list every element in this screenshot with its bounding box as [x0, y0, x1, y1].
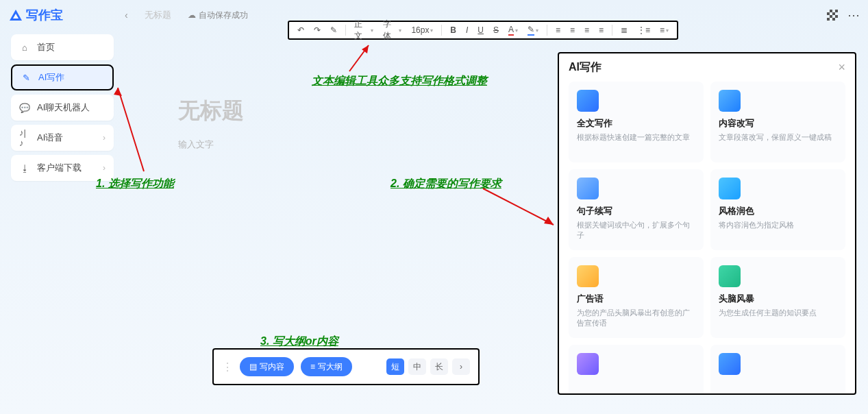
close-icon[interactable]: ×: [838, 60, 845, 75]
ai-card-style[interactable]: 风格润色将内容润色为指定风格: [710, 169, 845, 250]
ai-card-slogan[interactable]: 广告语为您的产品头脑风暴出有创意的广告宣传语: [569, 257, 704, 338]
slogan-icon: [577, 265, 599, 287]
font-select[interactable]: 字体▾: [380, 19, 405, 42]
paragraph-label: 正文: [354, 19, 369, 42]
body-input[interactable]: 输入文字: [178, 138, 548, 151]
doc-tab-label[interactable]: 无标题: [145, 9, 171, 21]
style-icon: [719, 178, 741, 199]
write-content-label: 写内容: [260, 361, 284, 373]
logo-icon: [10, 10, 22, 21]
ai-card-fulltext[interactable]: 全文写作根据标题快速创建一篇完整的文章: [569, 82, 704, 162]
chevron-right-icon: ›: [103, 133, 106, 143]
sidebar-item-label: AI语音: [37, 132, 63, 144]
paragraph-select[interactable]: 正文▾: [351, 19, 376, 42]
highlight-label: ✎: [528, 25, 534, 36]
continue-icon: [577, 178, 599, 199]
ai-writing-panel: AI写作 × 全文写作根据标题快速创建一篇完整的文章 内容改写文章段落改写，保留…: [558, 52, 856, 395]
size-label: 16px: [411, 25, 429, 35]
ai-card-continue[interactable]: 句子续写根据关键词或中心句，扩展多个句子: [569, 169, 704, 250]
card-icon: [577, 353, 599, 375]
italic-button[interactable]: I: [463, 25, 471, 35]
text-color-button[interactable]: A▾: [506, 25, 521, 36]
card-desc: 为您生成任何主题的知识要点: [719, 308, 837, 318]
sidebar-item-label: 首页: [37, 41, 55, 53]
card-title: 全文写作: [577, 117, 695, 130]
ai-panel-title: AI写作: [569, 60, 602, 75]
card-desc: 根据标题快速创建一篇完整的文章: [577, 132, 695, 143]
highlight-button[interactable]: ✎▾: [525, 25, 541, 36]
ai-card-brainstorm[interactable]: 头脑风暴为您生成任何主题的知识要点: [710, 257, 845, 338]
download-icon: ⭳: [19, 162, 30, 173]
text-color-label: A: [508, 25, 514, 36]
card-desc: 文章段落改写，保留原义一键成稿: [719, 132, 837, 143]
card-icon: [719, 353, 741, 375]
length-mid[interactable]: 中: [408, 358, 426, 375]
title-input[interactable]: 无标题: [178, 96, 548, 126]
arrow-1: [110, 82, 151, 178]
sound-icon: ♪|♪: [19, 132, 30, 143]
app-logo: 写作宝: [10, 7, 63, 23]
card-title: 句子续写: [577, 205, 695, 217]
underline-button[interactable]: U: [475, 25, 486, 35]
doc-icon: ▤: [249, 362, 257, 372]
svg-marker-0: [114, 88, 122, 96]
ai-card-extra-2[interactable]: [710, 345, 845, 395]
compose-bar: ⋮ ▤ 写内容 ≡ 写大纲 短 中 长 ›: [212, 348, 480, 385]
autosave-text: 自动保存成功: [199, 10, 248, 21]
write-outline-button[interactable]: ≡ 写大纲: [301, 357, 352, 376]
brainstorm-icon: [719, 265, 741, 287]
card-title: 内容改写: [719, 117, 837, 130]
card-title: 风格润色: [719, 205, 837, 217]
pencil-icon: ✎: [21, 72, 32, 83]
sidebar-item-download[interactable]: ⭳ 客户端下载 ›: [11, 155, 114, 181]
drag-handle-icon[interactable]: ⋮: [222, 361, 233, 374]
font-label: 字体: [383, 19, 398, 42]
card-desc: 将内容润色为指定风格: [719, 220, 837, 230]
undo-button[interactable]: ↶: [295, 25, 307, 35]
align-left-button[interactable]: ≡: [553, 25, 563, 35]
rewrite-icon: [719, 90, 741, 112]
strike-button[interactable]: S: [491, 25, 501, 35]
align-center-button[interactable]: ≡: [567, 25, 578, 35]
sidebar: ⌂ 首页 ✎ AI写作 💬 AI聊天机器人 ♪|♪ AI语音 › ⭳ 客户端下载…: [11, 34, 114, 185]
format-paint-button[interactable]: ✎: [327, 25, 340, 35]
card-desc: 为您的产品头脑风暴出有创意的广告宣传语: [577, 308, 695, 329]
fontsize-select[interactable]: 16px▾: [408, 25, 436, 35]
back-button[interactable]: ‹: [125, 10, 128, 21]
ai-card-extra-1[interactable]: [569, 345, 704, 395]
bold-button[interactable]: B: [447, 25, 459, 35]
autosave-status: ☁ 自动保存成功: [188, 10, 248, 21]
sidebar-item-home[interactable]: ⌂ 首页: [11, 34, 114, 60]
sidebar-item-label: 客户端下载: [37, 162, 82, 174]
list-icon: ≡: [310, 362, 315, 372]
editor-toolbar: ↶ ↷ ✎ 正文▾ 字体▾ 16px▾ B I U S A▾ ✎▾ ≡ ≡ ≡ …: [288, 21, 678, 40]
sidebar-item-ai-chatbot[interactable]: 💬 AI聊天机器人: [11, 95, 114, 121]
align-right-button[interactable]: ≡: [582, 25, 592, 35]
sidebar-item-label: AI写作: [38, 71, 64, 84]
list-bullet-button[interactable]: ⋮≡: [634, 25, 653, 35]
more-icon[interactable]: [847, 10, 858, 21]
app-name: 写作宝: [26, 7, 63, 23]
length-short[interactable]: 短: [386, 358, 404, 375]
chevron-right-icon: ›: [103, 163, 106, 173]
apps-grid-icon[interactable]: [827, 10, 838, 21]
card-title: 头脑风暴: [719, 293, 837, 305]
indent-button[interactable]: ≡▾: [657, 25, 671, 35]
editor-area[interactable]: 无标题 输入文字: [178, 48, 548, 356]
length-group: 短 中 长 ›: [386, 358, 470, 375]
write-content-button[interactable]: ▤ 写内容: [240, 357, 294, 376]
expand-button[interactable]: ›: [452, 358, 470, 375]
sidebar-item-label: AI聊天机器人: [37, 101, 90, 114]
length-long[interactable]: 长: [430, 358, 448, 375]
home-icon: ⌂: [19, 42, 30, 53]
align-justify-button[interactable]: ≡: [596, 25, 606, 35]
sidebar-item-ai-writing[interactable]: ✎ AI写作: [11, 64, 114, 90]
sidebar-item-ai-voice[interactable]: ♪|♪ AI语音 ›: [11, 125, 114, 151]
redo-button[interactable]: ↷: [311, 25, 323, 35]
ai-card-rewrite[interactable]: 内容改写文章段落改写，保留原义一键成稿: [710, 82, 845, 162]
write-outline-label: 写大纲: [318, 361, 343, 373]
cloud-icon: ☁: [188, 10, 196, 20]
chat-icon: 💬: [19, 102, 30, 113]
list-ordered-button[interactable]: ≣: [618, 25, 630, 35]
card-desc: 根据关键词或中心句，扩展多个句子: [577, 220, 695, 241]
